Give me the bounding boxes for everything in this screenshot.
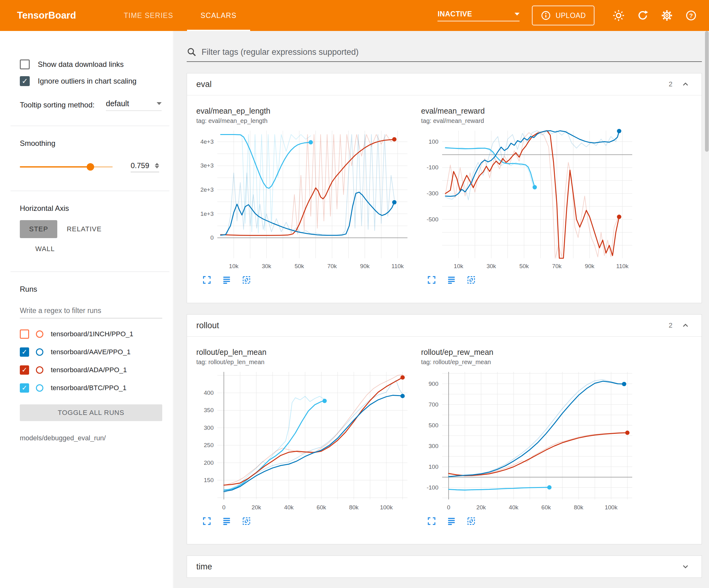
help-icon[interactable]: ? (682, 7, 700, 24)
nav-tabs: TIME SERIES SCALARS (110, 0, 250, 31)
chart-widget-mean-reward: eval/mean_reward tag: eval/mean_reward 1… (421, 106, 638, 285)
smoothing-value-input[interactable] (131, 161, 154, 170)
expand-chart-icon[interactable] (426, 274, 437, 285)
svg-text:110k: 110k (616, 263, 629, 270)
smoothing-row (20, 161, 164, 172)
axis-relative-button[interactable]: RELATIVE (57, 220, 111, 238)
expand-chart-icon[interactable] (201, 515, 212, 527)
svg-text:30k: 30k (262, 263, 271, 270)
status-dropdown[interactable]: INACTIVE (438, 10, 520, 21)
tab-scalars[interactable]: SCALARS (187, 0, 250, 31)
run-row-1inch[interactable]: tensorboard/1INCH/PPO_1 (20, 325, 164, 343)
svg-text:90k: 90k (360, 263, 370, 270)
svg-text:0: 0 (210, 234, 214, 241)
tooltip-sorting-select[interactable]: default (106, 99, 162, 111)
line-chart[interactable]: 020k40k60k80k100k900700500300100-100 (421, 368, 638, 515)
chart-count-badge: 2 (669, 80, 673, 88)
tab-time-series[interactable]: TIME SERIES (110, 0, 187, 31)
runs-base-path: models/debugged_eval_run/ (20, 434, 164, 442)
run-row-aave[interactable]: tensorboard/AAVE/PPO_1 (20, 343, 164, 361)
fit-domain-icon[interactable] (466, 515, 477, 527)
settings-sidebar: Show data download links Ignore outliers… (0, 31, 174, 588)
run-row-btc[interactable]: tensorboard/BTC/PPO_1 (20, 379, 164, 397)
scrollbar-thumb[interactable] (705, 31, 709, 152)
smoothing-slider[interactable] (20, 166, 113, 168)
fit-domain-icon[interactable] (241, 515, 252, 527)
svg-text:4e+3: 4e+3 (200, 138, 214, 145)
upload-label: UPLOAD (555, 11, 586, 20)
settings-gear-icon[interactable] (658, 7, 676, 24)
svg-text:400: 400 (204, 389, 214, 396)
section-title: time (196, 562, 212, 571)
run-checkbox[interactable] (20, 365, 29, 375)
run-checkbox[interactable] (20, 348, 29, 357)
search-icon (187, 47, 196, 57)
brightness-icon[interactable] (610, 7, 627, 24)
svg-text:70k: 70k (327, 263, 337, 270)
section-body-rollout: rollout/ep_len_mean tag: rollout/ep_len_… (187, 336, 702, 544)
checkbox-ignore-outliers[interactable] (20, 76, 30, 86)
slider-thumb[interactable] (87, 163, 94, 171)
scrollbar[interactable] (705, 31, 709, 588)
setting-ignore-outliers[interactable]: Ignore outliers in chart scaling (20, 76, 164, 86)
run-row-ada[interactable]: tensorboard/ADA/PPO_1 (20, 361, 164, 379)
svg-text:-100: -100 (427, 164, 439, 171)
axis-wall-button[interactable]: WALL (26, 240, 64, 258)
section-header-time[interactable]: time (187, 556, 702, 578)
section-header-rollout[interactable]: rollout 2 (187, 314, 702, 336)
data-table-icon[interactable] (446, 274, 457, 285)
runs-list: tensorboard/1INCH/PPO_1 tensorboard/AAVE… (20, 325, 164, 397)
chevron-up-icon[interactable] (679, 318, 692, 332)
tooltip-sorting-label: Tooltip sorting method: (20, 100, 97, 110)
svg-text:2e+3: 2e+3 (200, 186, 214, 193)
line-chart[interactable]: 10k30k50k70k90k110k100-100-300-500 (421, 127, 638, 274)
svg-text:150: 150 (204, 477, 214, 483)
svg-text:-300: -300 (427, 190, 439, 197)
horizontal-axis-label: Horizontal Axis (20, 204, 164, 213)
expand-chart-icon[interactable] (426, 515, 437, 527)
svg-text:20k: 20k (252, 504, 261, 511)
chevron-down-icon[interactable] (679, 560, 692, 573)
svg-text:10k: 10k (454, 263, 464, 270)
chevron-up-icon[interactable] (679, 77, 692, 91)
run-color-ring (36, 384, 43, 392)
smoothing-value-box (131, 161, 159, 172)
setting-show-download-links[interactable]: Show data download links (20, 59, 164, 69)
data-table-icon[interactable] (221, 274, 232, 285)
svg-text:100k: 100k (605, 504, 618, 511)
section-header-eval[interactable]: eval 2 (187, 73, 702, 95)
runs-filter-input[interactable] (20, 305, 162, 318)
svg-text:100: 100 (428, 463, 439, 470)
run-color-ring (36, 330, 43, 338)
svg-text:1e+3: 1e+3 (200, 210, 214, 217)
expand-chart-icon[interactable] (201, 274, 212, 285)
fit-domain-icon[interactable] (466, 274, 477, 285)
divider (10, 126, 169, 126)
svg-text:80k: 80k (574, 504, 583, 511)
line-chart[interactable]: 10k30k50k70k90k110k01e+32e+33e+34e+3 (196, 127, 413, 274)
data-table-icon[interactable] (221, 515, 232, 527)
tag-filter-input[interactable] (202, 47, 702, 57)
upload-button[interactable]: UPLOAD (532, 6, 595, 25)
svg-text:200: 200 (204, 460, 214, 466)
svg-text:100k: 100k (380, 504, 393, 511)
horizontal-axis-buttons: STEP RELATIVE (20, 220, 164, 238)
divider (10, 272, 169, 272)
section-title: rollout (196, 321, 219, 330)
toggle-all-runs-button[interactable]: TOGGLE ALL RUNS (20, 404, 162, 421)
svg-text:50k: 50k (519, 263, 529, 270)
checkbox-show-download-links[interactable] (20, 59, 30, 69)
svg-text:70k: 70k (552, 263, 561, 270)
axis-step-button[interactable]: STEP (20, 220, 57, 238)
topbar: TensorBoard TIME SERIES SCALARS INACTIVE… (0, 0, 709, 31)
data-table-icon[interactable] (446, 515, 457, 527)
run-label: tensorboard/BTC/PPO_1 (51, 384, 127, 392)
run-checkbox[interactable] (20, 383, 29, 393)
line-chart[interactable]: 020k40k60k80k100k150200250300350400 (196, 368, 413, 515)
fit-domain-icon[interactable] (241, 274, 252, 285)
run-checkbox[interactable] (20, 329, 29, 339)
refresh-icon[interactable] (634, 7, 651, 24)
svg-text:250: 250 (204, 442, 214, 449)
stepper-arrows-icon[interactable] (155, 163, 159, 169)
svg-text:700: 700 (428, 401, 439, 408)
